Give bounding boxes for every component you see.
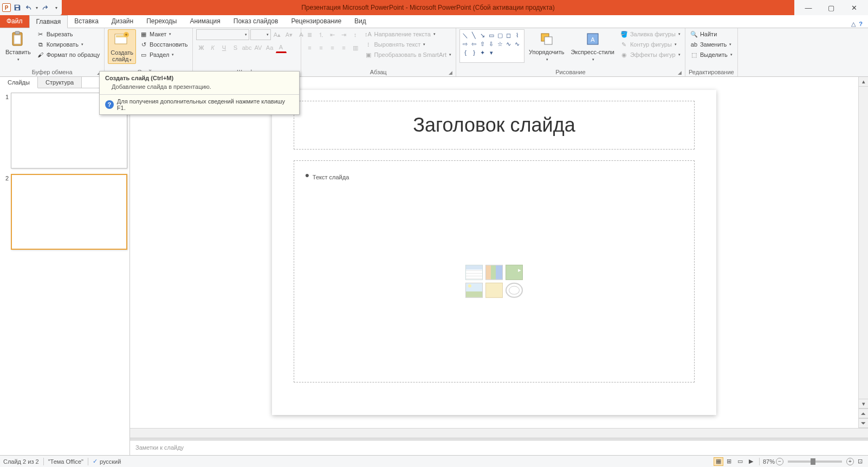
slide-canvas[interactable]: Заголовок слайда • Текст слайда ▸: [272, 90, 716, 415]
underline-button[interactable]: Ч: [219, 42, 230, 53]
horizontal-scrollbar[interactable]: [130, 428, 868, 438]
shape-line3[interactable]: ↘: [479, 31, 487, 39]
shape-fill-button[interactable]: 🪣Заливка фигуры▾: [619, 29, 682, 39]
shape-arrow-l[interactable]: ⇦: [470, 40, 478, 48]
minimize-button[interactable]: —: [802, 1, 815, 14]
tab-design[interactable]: Дизайн: [105, 15, 140, 28]
tab-file[interactable]: Файл: [0, 15, 29, 28]
font-size-combo[interactable]: ▾: [250, 29, 271, 40]
tab-transitions[interactable]: Переходы: [140, 15, 183, 28]
ribbon-minimize-icon[interactable]: △: [851, 21, 856, 28]
shape-effects-button[interactable]: ◉Эффекты фигур▾: [619, 50, 682, 60]
shapes-gallery[interactable]: ＼ ╲ ↘ ▭ ▢ ◻ ⌇ ⇨ ⇦ ⇧ ⇩ ☆ ∿ ∿ { } ✦ ▾: [459, 29, 524, 63]
columns-button[interactable]: ▥: [350, 42, 361, 53]
zoom-out-button[interactable]: −: [776, 458, 783, 465]
grow-font-button[interactable]: A▴: [272, 29, 283, 40]
close-button[interactable]: ✕: [847, 1, 860, 14]
layout-button[interactable]: ▦Макет▾: [138, 29, 189, 39]
arrange-button[interactable]: Упорядочить▾: [527, 29, 566, 63]
shape-rect[interactable]: ▭: [488, 31, 495, 39]
notes-pane[interactable]: Заметки к слайду: [130, 440, 868, 455]
line-spacing-button[interactable]: ↕: [350, 29, 361, 40]
thumbnail-row-2[interactable]: 2: [2, 174, 127, 250]
font-color-button[interactable]: A: [276, 42, 287, 53]
shape-free[interactable]: ⌇: [514, 31, 521, 39]
bold-button[interactable]: Ж: [196, 42, 207, 53]
shape-brace2[interactable]: }: [470, 49, 478, 56]
zoom-thumb[interactable]: [811, 458, 815, 465]
shape-outline-button[interactable]: ✎Контур фигуры▾: [619, 40, 682, 49]
zoom-level[interactable]: 87%: [763, 458, 775, 465]
shadow-button[interactable]: abc: [242, 42, 252, 53]
text-direction-button[interactable]: ↕AНаправление текста▾: [363, 29, 452, 39]
insert-table-icon[interactable]: [465, 265, 483, 280]
shape-arrow-u[interactable]: ⇧: [479, 40, 487, 48]
paragraph-launcher[interactable]: ◢: [449, 70, 452, 75]
shape-more[interactable]: ▾: [488, 49, 495, 56]
shape-rect2[interactable]: ▢: [496, 31, 504, 39]
quick-styles-button[interactable]: A Экспресс-стили▾: [568, 29, 616, 63]
slide-area[interactable]: Заголовок слайда • Текст слайда ▸: [130, 77, 858, 428]
strikethrough-button[interactable]: S: [230, 42, 241, 53]
shape-arrow-d[interactable]: ⇩: [488, 40, 495, 48]
shape-curve2[interactable]: ∿: [514, 40, 521, 48]
tab-review[interactable]: Рецензирование: [284, 15, 348, 28]
shape-brace[interactable]: {: [462, 49, 469, 56]
scroll-down-button[interactable]: ▾: [859, 399, 868, 408]
normal-view-button[interactable]: ▦: [714, 457, 723, 466]
replace-button[interactable]: abЗаменить▾: [689, 40, 734, 49]
select-button[interactable]: ⬚Выделить▾: [689, 50, 734, 60]
tab-insert[interactable]: Вставка: [68, 15, 105, 28]
align-text-button[interactable]: ⫶Выровнять текст▾: [363, 40, 452, 49]
insert-smartart-icon[interactable]: ▸: [506, 265, 523, 280]
spellcheck-icon[interactable]: ✓: [93, 458, 98, 465]
insert-picture-icon[interactable]: [465, 283, 483, 298]
status-language[interactable]: русский: [100, 458, 121, 465]
decrease-indent-button[interactable]: ⇤: [327, 29, 338, 40]
insert-media-icon[interactable]: [506, 283, 523, 298]
redo-button[interactable]: [39, 2, 50, 13]
scroll-up-button[interactable]: ▴: [859, 77, 868, 87]
fit-window-button[interactable]: ⊡: [855, 457, 865, 466]
body-placeholder[interactable]: • Текст слайда ▸: [294, 160, 695, 382]
slideshow-view-button[interactable]: ▶: [746, 457, 756, 466]
copy-button[interactable]: ⧉Копировать▾: [35, 40, 101, 49]
cut-button[interactable]: ✂Вырезать: [35, 29, 101, 39]
char-spacing-button[interactable]: AV: [253, 42, 264, 53]
reading-view-button[interactable]: ▭: [735, 457, 745, 466]
paste-button[interactable]: Вставить▾: [3, 29, 33, 63]
scroll-track[interactable]: [859, 87, 868, 399]
undo-dropdown[interactable]: ▾: [36, 5, 38, 10]
zoom-in-button[interactable]: +: [846, 458, 854, 465]
numbering-button[interactable]: ⒈: [316, 29, 327, 40]
bullets-button[interactable]: ≣: [305, 29, 315, 40]
title-placeholder[interactable]: Заголовок слайда: [294, 101, 695, 150]
find-button[interactable]: 🔍Найти: [689, 29, 734, 39]
help-icon[interactable]: ?: [859, 21, 863, 28]
drawing-launcher[interactable]: ◢: [678, 70, 682, 75]
panel-tab-outline[interactable]: Структура: [38, 77, 82, 88]
increase-indent-button[interactable]: ⇥: [339, 29, 349, 40]
insert-clipart-icon[interactable]: [485, 283, 503, 298]
change-case-button[interactable]: Aa: [264, 42, 275, 53]
prev-slide-button[interactable]: ⏶: [859, 408, 868, 418]
save-button[interactable]: [12, 2, 23, 13]
status-slide-info[interactable]: Слайд 2 из 2: [3, 458, 39, 465]
status-theme[interactable]: "Тема Office": [48, 458, 83, 465]
panel-tab-slides[interactable]: Слайды: [0, 77, 38, 88]
convert-smartart-button[interactable]: ▣Преобразовать в SmartArt▾: [363, 50, 452, 60]
sorter-view-button[interactable]: ⊞: [724, 457, 734, 466]
section-button[interactable]: ▭Раздел▾: [138, 50, 189, 60]
maximize-button[interactable]: ▢: [825, 1, 838, 14]
shape-star2[interactable]: ✦: [479, 49, 487, 56]
qat-customize[interactable]: ▾: [55, 5, 57, 10]
vertical-scrollbar[interactable]: ▴ ▾ ⏶ ⏷: [858, 77, 868, 428]
next-slide-button[interactable]: ⏷: [859, 418, 868, 428]
shape-rect3[interactable]: ◻: [505, 31, 513, 39]
tab-slideshow[interactable]: Показ слайдов: [227, 15, 285, 28]
shrink-font-button[interactable]: A▾: [284, 29, 295, 40]
new-slide-button[interactable]: Создать слайд▾: [108, 29, 136, 64]
shape-curve[interactable]: ∿: [505, 40, 513, 48]
font-family-combo[interactable]: ▾: [196, 29, 249, 40]
shape-arrow-r[interactable]: ⇨: [462, 40, 469, 48]
